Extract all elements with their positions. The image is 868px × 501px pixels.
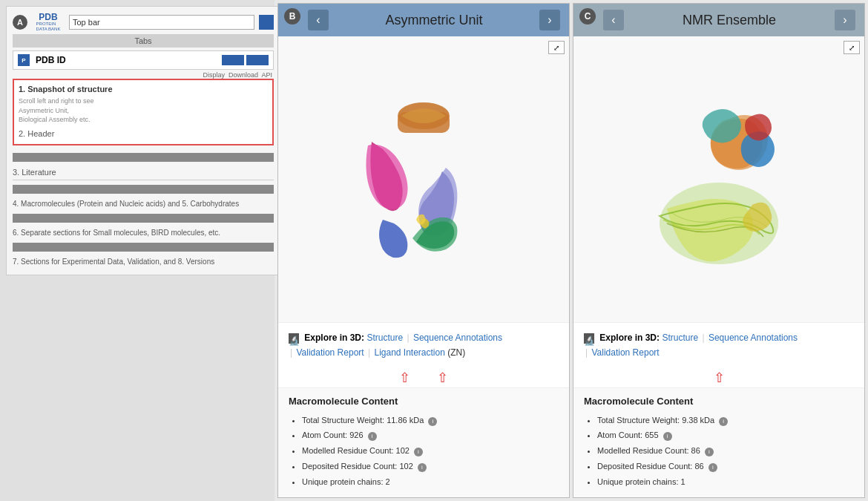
panel-c-arrows: ⇧: [573, 368, 864, 387]
panel-b-stat-4: Unique protein chains: 2: [302, 474, 559, 490]
panel-b-ligand-link[interactable]: Ligand Interaction: [374, 347, 444, 358]
panel-b-info-3[interactable]: i: [418, 463, 427, 472]
literature-section: 3. Literature: [13, 165, 274, 180]
panel-b-structure-link[interactable]: Structure: [366, 333, 403, 343]
panel-b-stat-0: Total Structure Weight: 11.86 kDa i: [302, 413, 559, 428]
panel-b-stat-3: Deposited Residue Count: 102 i: [302, 459, 559, 474]
panel-c-info-0[interactable]: i: [719, 417, 728, 426]
panel-c-explore-icon: 🔬: [584, 333, 594, 344]
panel-b-arrows: ⇧ ⇧: [278, 368, 569, 387]
panel-c-explore-label: Explore in 3D:: [599, 333, 660, 343]
top-bar-input[interactable]: [69, 15, 254, 30]
section-7-label: 7. Sections for Experimental Data, Valid…: [13, 255, 274, 269]
panel-b-arrow-right: ⇧: [437, 370, 448, 386]
panel-b-arrow-left: ⇧: [399, 370, 410, 386]
panels-bc: B ‹ Asymmetric Unit › ⤢: [274, 0, 868, 501]
panel-b-info-2[interactable]: i: [414, 448, 423, 456]
panel-c-prev-btn[interactable]: ‹: [603, 10, 624, 30]
section-4-label: 4. Macromolecules (Protein and Nucleic a…: [13, 197, 274, 211]
panel-c-info-3[interactable]: i: [708, 463, 717, 472]
panel-b-macromolecule: Macromolecule Content Total Structure We…: [278, 387, 569, 497]
panel-b-expand-btn[interactable]: ⤢: [548, 41, 565, 54]
download-btn[interactable]: [246, 55, 269, 65]
panel-b-next-btn[interactable]: ›: [539, 10, 560, 30]
panel-b-stat-2: Modelled Residue Count: 102 i: [302, 443, 559, 459]
panel-c-header: C ‹ NMR Ensemble ›: [573, 4, 864, 36]
panel-b-stats-list: Total Structure Weight: 11.86 kDa i Atom…: [289, 413, 559, 490]
pdb-id-row: P PDB ID: [13, 50, 274, 70]
snapshot-desc: Scroll left and right to seeAsymmetric U…: [19, 96, 268, 125]
panel-c-stat-1: Atom Count: 655 i: [597, 428, 854, 443]
panel-a-header: A PDB PROTEINDATA BANK: [13, 13, 274, 31]
pdb-logo-subtext: PROTEINDATA BANK: [36, 22, 61, 31]
panel-c-stat-0: Total Structure Weight: 9.38 kDa i: [597, 413, 854, 428]
separator-1: [13, 153, 274, 162]
panel-c-stat-4: Unique protein chains: 1: [597, 474, 854, 490]
panel-b-protein-svg: [327, 75, 520, 283]
panel-c-macro-title: Macromolecule Content: [584, 396, 854, 407]
panel-c-protein-svg: [622, 75, 815, 283]
panel-b-ligand-code: (ZN): [447, 347, 465, 358]
panel-b: B ‹ Asymmetric Unit › ⤢: [277, 3, 570, 498]
panel-c-arrow: ⇧: [714, 370, 725, 386]
display-btn[interactable]: [222, 55, 244, 65]
panel-c-macromolecule: Macromolecule Content Total Structure We…: [573, 387, 864, 497]
panel-b-badge: B: [284, 8, 300, 24]
panel-c-info-2[interactable]: i: [705, 448, 714, 456]
pdb-id-label: PDB ID: [36, 55, 216, 65]
panel-b-prev-btn[interactable]: ‹: [308, 10, 329, 30]
pdb-id-icon: P: [18, 54, 30, 66]
panel-c-stat-3: Deposited Residue Count: 86 i: [597, 459, 854, 474]
panel-a-content: A PDB PROTEINDATA BANK Tabs P PDB ID: [6, 6, 280, 275]
panel-a-badge: A: [13, 15, 27, 30]
separator-4: [13, 243, 274, 252]
panel-b-title: Asymmetric Unit: [329, 13, 539, 28]
panel-b-info-1[interactable]: i: [368, 432, 377, 441]
panel-c-expand-btn[interactable]: ⤢: [844, 41, 860, 54]
panel-a: A PDB PROTEINDATA BANK Tabs P PDB ID: [0, 0, 274, 501]
panel-b-macro-title: Macromolecule Content: [289, 396, 559, 407]
pdb-logo: PDB PROTEINDATA BANK: [32, 13, 65, 31]
panel-b-viewer: ⤢: [278, 36, 569, 322]
separator-2: [13, 185, 274, 194]
panel-c-stats-list: Total Structure Weight: 9.38 kDa i Atom …: [584, 413, 854, 490]
pdb-logo-text: PDB: [39, 13, 57, 22]
panel-c-validation-link[interactable]: Validation Report: [591, 347, 659, 358]
panel-b-header: B ‹ Asymmetric Unit ›: [278, 4, 569, 36]
display-download-api: Display Download API: [13, 71, 274, 79]
panel-b-info-0[interactable]: i: [428, 417, 437, 426]
panel-c-badge: C: [579, 8, 596, 24]
panel-c-stat-2: Modelled Residue Count: 86 i: [597, 443, 854, 459]
panel-c-next-btn[interactable]: ›: [835, 10, 855, 30]
panel-b-explore-section: 🔬 Explore in 3D: Structure | Sequence An…: [278, 322, 569, 368]
snapshot-box: 1. Snapshot of structure Scroll left and…: [13, 79, 274, 145]
panel-c: C ‹ NMR Ensemble › ⤢: [573, 3, 865, 498]
snapshot-title: 1. Snapshot of structure: [19, 85, 268, 94]
panel-c-explore-section: 🔬 Explore in 3D: Structure | Sequence An…: [573, 322, 864, 368]
panel-b-validation-link[interactable]: Validation Report: [296, 347, 364, 358]
panel-b-seq-annotations-link[interactable]: Sequence Annotations: [413, 333, 502, 343]
panel-c-title: NMR Ensemble: [624, 13, 835, 28]
action-buttons: [222, 55, 269, 65]
panel-b-explore-icon: 🔬: [289, 333, 299, 344]
panel-c-info-1[interactable]: i: [663, 432, 672, 441]
panel-c-seq-annotations-link[interactable]: Sequence Annotations: [708, 333, 798, 343]
separator-3: [13, 214, 274, 223]
header-section: 2. Header: [19, 129, 268, 138]
panel-b-explore-label: Explore in 3D:: [304, 333, 364, 343]
panel-b-stat-1: Atom Count: 926 i: [302, 428, 559, 443]
panel-c-viewer: ⤢: [573, 36, 864, 322]
top-bar-button[interactable]: [259, 15, 274, 30]
panel-c-structure-link[interactable]: Structure: [662, 333, 698, 343]
tabs-bar: Tabs: [13, 34, 274, 48]
section-6-label: 6. Separate sections for Small molecules…: [13, 226, 274, 240]
